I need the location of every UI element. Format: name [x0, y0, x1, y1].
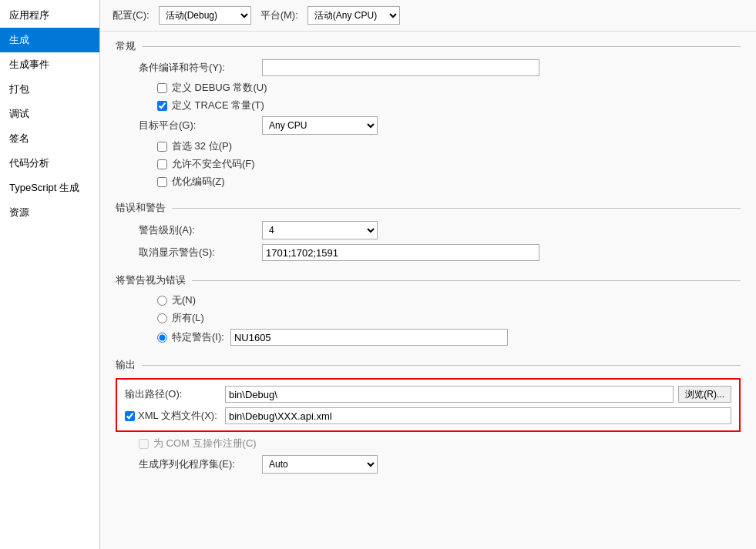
warning-level-label: 警告级别(A): [139, 223, 262, 237]
com-label: 为 COM 互操作注册(C) [153, 437, 257, 450]
sidebar: 应用程序 生成 生成事件 打包 调试 签名 代码分析 TypeScript 生成… [0, 0, 100, 549]
row-suppress-warnings: 取消显示警告(S): [116, 244, 741, 261]
row-all: 所有(L) [116, 311, 741, 325]
row-unsafe-code: 允许不安全代码(F) [116, 157, 741, 171]
xml-doc-checkbox[interactable] [125, 411, 135, 421]
row-define-trace: 定义 TRACE 常量(T) [116, 99, 741, 112]
radio-all[interactable] [157, 313, 167, 323]
section-general-title: 常规 [116, 39, 142, 53]
section-output: 输出 输出路径(O): 浏览(R)... XML 文档文件(X): [116, 358, 741, 474]
unsafe-code-checkbox[interactable] [157, 159, 167, 169]
section-output-header: 输出 [116, 358, 741, 372]
com-checkbox[interactable] [139, 439, 149, 449]
all-label: 所有(L) [172, 311, 204, 325]
config-label: 配置(C): [113, 8, 150, 22]
config-select[interactable]: 活动(Debug) Debug Release [159, 6, 251, 25]
radio-specific[interactable] [157, 333, 167, 343]
section-treat-warnings-title: 将警告视为错误 [116, 273, 192, 287]
row-none: 无(N) [116, 293, 741, 307]
section-errors-header: 错误和警告 [116, 201, 741, 215]
row-warning-level: 警告级别(A): 4 0 1 2 3 [116, 221, 741, 239]
row-prefer-32bit: 首选 32 位(P) [116, 139, 741, 153]
row-define-debug: 定义 DEBUG 常数(U) [116, 81, 741, 95]
specific-label: 特定警告(I): [172, 330, 224, 344]
output-path-input[interactable] [225, 386, 674, 403]
serialization-label: 生成序列化程序集(E): [139, 457, 262, 471]
target-platform-select[interactable]: Any CPU x86 x64 ARM ARM64 [262, 116, 378, 135]
row-serialization: 生成序列化程序集(E): Auto On Off [116, 455, 741, 474]
row-com: 为 COM 互操作注册(C) [116, 437, 741, 450]
optimize-checkbox[interactable] [157, 177, 167, 187]
sidebar-item-调试[interactable]: 调试 [0, 102, 99, 126]
xml-doc-input[interactable] [225, 407, 731, 424]
sidebar-item-typescript[interactable]: TypeScript 生成 [0, 176, 99, 200]
main-content: 配置(C): 活动(Debug) Debug Release 平台(M): 活动… [100, 0, 756, 549]
xml-doc-label: XML 文档文件(X): [138, 409, 217, 423]
section-treat-warnings-header: 将警告视为错误 [116, 273, 741, 287]
platform-select[interactable]: 活动(Any CPU) Any CPU x86 x64 [307, 6, 400, 25]
section-errors: 错误和警告 警告级别(A): 4 0 1 2 3 取消显示警告(S): [116, 201, 741, 261]
output-highlighted-box: 输出路径(O): 浏览(R)... XML 文档文件(X): [116, 378, 741, 432]
conditional-symbols-input[interactable] [262, 59, 539, 76]
row-specific: 特定警告(I): [116, 329, 741, 346]
sidebar-item-代码分析[interactable]: 代码分析 [0, 151, 99, 176]
platform-label: 平台(M): [260, 8, 298, 22]
define-debug-checkbox[interactable] [157, 83, 167, 93]
sidebar-item-打包[interactable]: 打包 [0, 77, 99, 102]
prefer-32bit-label: 首选 32 位(P) [172, 139, 232, 153]
conditional-symbols-label: 条件编译和符号(Y): [139, 61, 262, 75]
warning-level-select[interactable]: 4 0 1 2 3 [262, 221, 378, 239]
sidebar-item-生成[interactable]: 生成 [0, 28, 99, 52]
section-general-line [142, 46, 741, 47]
section-general-header: 常规 [116, 39, 741, 53]
row-output-path: 输出路径(O): 浏览(R)... [125, 386, 731, 403]
section-general: 常规 条件编译和符号(Y): 定义 DEBUG 常数(U) 定义 TRACE 常… [116, 39, 741, 189]
section-treat-warnings: 将警告视为错误 无(N) 所有(L) 特定警告(I): [116, 273, 741, 346]
row-conditional-symbols: 条件编译和符号(Y): [116, 59, 741, 76]
sidebar-item-应用程序[interactable]: 应用程序 [0, 3, 99, 28]
specific-warnings-input[interactable] [230, 329, 508, 346]
target-platform-label: 目标平台(G): [139, 119, 262, 132]
unsafe-code-label: 允许不安全代码(F) [172, 157, 255, 171]
define-debug-label: 定义 DEBUG 常数(U) [172, 81, 267, 95]
optimize-label: 优化编码(Z) [172, 175, 225, 189]
row-xml-doc: XML 文档文件(X): [125, 407, 731, 424]
sidebar-item-资源[interactable]: 资源 [0, 200, 99, 225]
row-optimize: 优化编码(Z) [116, 175, 741, 189]
row-target-platform: 目标平台(G): Any CPU x86 x64 ARM ARM64 [116, 116, 741, 135]
radio-none[interactable] [157, 296, 167, 306]
sidebar-item-生成事件[interactable]: 生成事件 [0, 52, 99, 77]
top-bar: 配置(C): 活动(Debug) Debug Release 平台(M): 活动… [100, 0, 756, 32]
content-area: 常规 条件编译和符号(Y): 定义 DEBUG 常数(U) 定义 TRACE 常… [100, 32, 756, 549]
none-label: 无(N) [172, 293, 196, 307]
section-treat-warnings-line [192, 280, 741, 281]
define-trace-label: 定义 TRACE 常量(T) [172, 99, 264, 112]
section-output-line [142, 365, 741, 366]
define-trace-checkbox[interactable] [157, 101, 167, 111]
prefer-32bit-checkbox[interactable] [157, 142, 167, 152]
section-output-title: 输出 [116, 358, 142, 372]
browse-button[interactable]: 浏览(R)... [678, 386, 731, 403]
sidebar-item-签名[interactable]: 签名 [0, 126, 99, 151]
section-errors-line [172, 208, 741, 209]
suppress-warnings-input[interactable] [262, 244, 539, 261]
suppress-warnings-label: 取消显示警告(S): [139, 246, 262, 259]
section-errors-title: 错误和警告 [116, 201, 172, 215]
xml-doc-label-container: XML 文档文件(X): [125, 409, 225, 423]
serialization-select[interactable]: Auto On Off [262, 455, 378, 474]
output-path-label: 输出路径(O): [125, 387, 225, 401]
